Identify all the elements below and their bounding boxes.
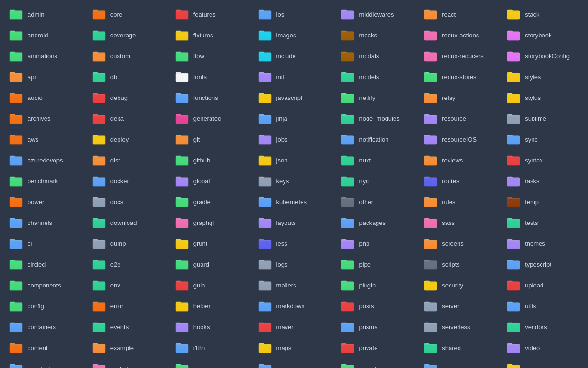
folder-item-features[interactable]: features bbox=[170, 4, 253, 25]
folder-item-db[interactable]: db bbox=[87, 66, 170, 87]
folder-item-animations[interactable]: animations bbox=[4, 45, 87, 66]
folder-item-generated[interactable]: generated bbox=[170, 108, 253, 129]
folder-item-php[interactable]: php bbox=[335, 233, 418, 254]
folder-item-exclude[interactable]: exclude bbox=[87, 358, 170, 368]
folder-item-jinja[interactable]: jinja bbox=[253, 108, 336, 129]
folder-item-fonts[interactable]: fonts bbox=[170, 66, 253, 87]
folder-item-docs[interactable]: docs bbox=[87, 191, 170, 212]
folder-item-dist[interactable]: dist bbox=[87, 150, 170, 171]
folder-item-functions[interactable]: functions bbox=[170, 87, 253, 108]
folder-item-channels[interactable]: channels bbox=[4, 212, 87, 233]
folder-item-packages[interactable]: packages bbox=[335, 212, 418, 233]
folder-item-components[interactable]: components bbox=[4, 275, 87, 296]
folder-item-core[interactable]: core bbox=[87, 4, 170, 25]
folder-item-docker[interactable]: docker bbox=[87, 171, 170, 191]
folder-item-ios[interactable]: ios bbox=[253, 4, 336, 25]
folder-item-admin[interactable]: admin bbox=[4, 4, 87, 25]
folder-item-stack[interactable]: stack bbox=[501, 4, 584, 25]
folder-item-sync[interactable]: sync bbox=[501, 129, 584, 150]
folder-item-stylus[interactable]: stylus bbox=[501, 87, 584, 108]
folder-item-screens[interactable]: screens bbox=[418, 233, 501, 254]
folder-item-sublime[interactable]: sublime bbox=[501, 108, 584, 129]
folder-item-relay[interactable]: relay bbox=[418, 87, 501, 108]
folder-item-maps[interactable]: maps bbox=[253, 337, 336, 358]
folder-item-resource[interactable]: resource bbox=[418, 108, 501, 129]
folder-item-themes[interactable]: themes bbox=[501, 233, 584, 254]
folder-item-pipe[interactable]: pipe bbox=[335, 254, 418, 275]
folder-item-posts[interactable]: posts bbox=[335, 296, 418, 316]
folder-item-styles[interactable]: styles bbox=[501, 66, 584, 87]
folder-item-i18n[interactable]: i18n bbox=[170, 337, 253, 358]
folder-item-resourceIOS[interactable]: resourceIOS bbox=[418, 129, 501, 150]
folder-item-containers[interactable]: containers bbox=[4, 316, 87, 337]
folder-item-syntax[interactable]: syntax bbox=[501, 150, 584, 171]
folder-item-logs[interactable]: logs bbox=[253, 254, 336, 275]
folder-item-gradle[interactable]: gradle bbox=[170, 191, 253, 212]
folder-item-content[interactable]: content bbox=[4, 337, 87, 358]
folder-item-redux-actions[interactable]: redux-actions bbox=[418, 25, 501, 45]
folder-item-android[interactable]: android bbox=[4, 25, 87, 45]
folder-item-download[interactable]: download bbox=[87, 212, 170, 233]
folder-item-modals[interactable]: modals bbox=[335, 45, 418, 66]
folder-item-security[interactable]: security bbox=[418, 275, 501, 296]
folder-item-tasks[interactable]: tasks bbox=[501, 171, 584, 191]
folder-item-json[interactable]: json bbox=[253, 150, 336, 171]
folder-item-shared[interactable]: shared bbox=[418, 337, 501, 358]
folder-item-keys[interactable]: keys bbox=[253, 171, 336, 191]
folder-item-circleci[interactable]: circleci bbox=[4, 254, 87, 275]
folder-item-kubernetes[interactable]: kubernetes bbox=[253, 191, 336, 212]
folder-item-images[interactable]: images bbox=[253, 25, 336, 45]
folder-item-graphql[interactable]: graphql bbox=[170, 212, 253, 233]
folder-item-routes[interactable]: routes bbox=[418, 171, 501, 191]
folder-item-include[interactable]: include bbox=[253, 45, 336, 66]
folder-item-aws[interactable]: aws bbox=[4, 129, 87, 150]
folder-item-utils[interactable]: utils bbox=[501, 296, 584, 316]
folder-item-jobs[interactable]: jobs bbox=[253, 129, 336, 150]
folder-item-typescript[interactable]: typescript bbox=[501, 254, 584, 275]
folder-item-reviews[interactable]: reviews bbox=[418, 150, 501, 171]
folder-item-nyc[interactable]: nyc bbox=[335, 171, 418, 191]
folder-item-javascript[interactable]: javascript bbox=[253, 87, 336, 108]
folder-item-sass[interactable]: sass bbox=[418, 212, 501, 233]
folder-item-mocks[interactable]: mocks bbox=[335, 25, 418, 45]
folder-item-benchmark[interactable]: benchmark bbox=[4, 171, 87, 191]
folder-item-layouts[interactable]: layouts bbox=[253, 212, 336, 233]
folder-item-sources[interactable]: sources bbox=[418, 358, 501, 368]
folder-item-init[interactable]: init bbox=[253, 66, 336, 87]
folder-item-guard[interactable]: guard bbox=[170, 254, 253, 275]
folder-item-constants[interactable]: constants bbox=[4, 358, 87, 368]
folder-item-example[interactable]: example bbox=[87, 337, 170, 358]
folder-item-tests[interactable]: tests bbox=[501, 212, 584, 233]
folder-item-maven[interactable]: maven bbox=[253, 316, 336, 337]
folder-item-azuredevops[interactable]: azuredevops bbox=[4, 150, 87, 171]
folder-item-rules[interactable]: rules bbox=[418, 191, 501, 212]
folder-item-vendors[interactable]: vendors bbox=[501, 316, 584, 337]
folder-item-global[interactable]: global bbox=[170, 171, 253, 191]
folder-item-scripts[interactable]: scripts bbox=[418, 254, 501, 275]
folder-item-dump[interactable]: dump bbox=[87, 233, 170, 254]
folder-item-gulp[interactable]: gulp bbox=[170, 275, 253, 296]
folder-item-bower[interactable]: bower bbox=[4, 191, 87, 212]
folder-item-redux-stores[interactable]: redux-stores bbox=[418, 66, 501, 87]
folder-item-upload[interactable]: upload bbox=[501, 275, 584, 296]
folder-item-react[interactable]: react bbox=[418, 4, 501, 25]
folder-item-server[interactable]: server bbox=[418, 296, 501, 316]
folder-item-prisma[interactable]: prisma bbox=[335, 316, 418, 337]
folder-item-temp[interactable]: temp bbox=[501, 191, 584, 212]
folder-item-private[interactable]: private bbox=[335, 337, 418, 358]
folder-item-flow[interactable]: flow bbox=[170, 45, 253, 66]
folder-item-config[interactable]: config bbox=[4, 296, 87, 316]
folder-item-env[interactable]: env bbox=[87, 275, 170, 296]
folder-item-notification[interactable]: notification bbox=[335, 129, 418, 150]
folder-item-coverage[interactable]: coverage bbox=[87, 25, 170, 45]
folder-item-mailers[interactable]: mailers bbox=[253, 275, 336, 296]
folder-item-storybook[interactable]: storybook bbox=[501, 25, 584, 45]
folder-item-grunt[interactable]: grunt bbox=[170, 233, 253, 254]
folder-item-ci[interactable]: ci bbox=[4, 233, 87, 254]
folder-item-error[interactable]: error bbox=[87, 296, 170, 316]
folder-item-debug[interactable]: debug bbox=[87, 87, 170, 108]
folder-item-netlify[interactable]: netlify bbox=[335, 87, 418, 108]
folder-item-archives[interactable]: archives bbox=[4, 108, 87, 129]
folder-item-models[interactable]: models bbox=[335, 66, 418, 87]
folder-item-git[interactable]: git bbox=[170, 129, 253, 150]
